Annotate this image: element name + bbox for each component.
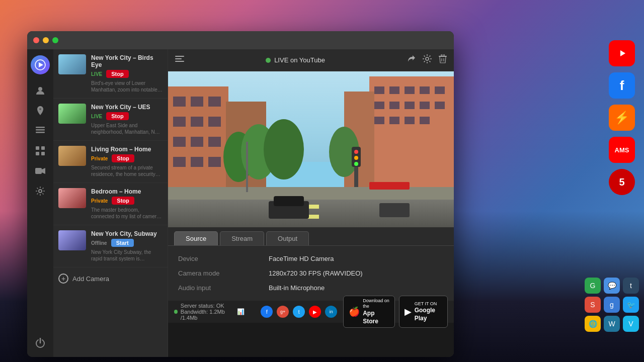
- street-scene-svg: [168, 71, 454, 227]
- share-icon[interactable]: [407, 54, 416, 66]
- apple-icon: 🍎: [349, 306, 360, 317]
- svg-rect-21: [441, 54, 444, 56]
- sidebar-icon-list[interactable]: [32, 123, 48, 139]
- social-gplus-icon[interactable]: g+: [277, 306, 289, 318]
- camera-item-0: New York City – Birds Eye LIVE Stop Bird…: [53, 49, 168, 99]
- camera-stop-button-2[interactable]: Stop: [112, 154, 134, 162]
- camera-thumb-4: [58, 230, 86, 250]
- camera-mode-value: 644x362 30 FPS (RAWVIDEO): [269, 269, 444, 277]
- sidebar-icon-profile[interactable]: [32, 82, 48, 99]
- camera-stop-button-3[interactable]: Stop: [112, 197, 134, 205]
- tab-source[interactable]: Source: [174, 231, 218, 245]
- svg-rect-7: [36, 129, 45, 131]
- camera-info-2: Living Room – Home Private Stop Secured …: [91, 146, 163, 177]
- camera-item-2: Living Room – Home Private Stop Secured …: [53, 141, 168, 183]
- footer: Server status: OK Bandwidth: 1.2Mb /1.4M…: [168, 301, 454, 323]
- svg-rect-41: [374, 86, 384, 94]
- svg-rect-13: [35, 168, 42, 174]
- hamburger-icon[interactable]: [175, 56, 184, 65]
- camera-stop-button-1[interactable]: Stop: [106, 112, 128, 120]
- camera-status-row-2: Private Stop: [91, 154, 163, 162]
- svg-rect-35: [191, 137, 203, 147]
- dock-sm-gplus2[interactable]: g: [604, 297, 620, 313]
- dock-sm-vimeo[interactable]: V: [623, 316, 639, 332]
- audio-input-value: Built-in Microphone: [269, 284, 444, 292]
- social-linkedin-icon[interactable]: in: [325, 306, 337, 318]
- svg-point-5: [39, 108, 41, 110]
- camera-start-button-4[interactable]: Start: [111, 239, 134, 247]
- svg-point-70: [354, 150, 358, 154]
- close-button[interactable]: [33, 37, 39, 43]
- server-status-text: Server status: OK Bandwidth: 1.2Mb /1.4M…: [181, 303, 234, 321]
- google-play-button[interactable]: ▶ GET IT ON Google Play: [399, 296, 448, 328]
- maximize-button[interactable]: [52, 37, 58, 43]
- social-youtube-icon[interactable]: ▶: [309, 306, 321, 318]
- svg-rect-49: [420, 102, 430, 109]
- store-buttons: 🍎 Download on the App Store ▶ GET IT ON …: [343, 296, 448, 328]
- main-content: New York City – Birds Eye LIVE Stop Bird…: [27, 49, 454, 357]
- add-camera-label: Add Camera: [72, 275, 109, 283]
- svg-rect-12: [41, 152, 45, 155]
- dock-thunder-icon[interactable]: ⚡: [609, 105, 635, 131]
- social-facebook-icon[interactable]: f: [261, 306, 273, 318]
- server-status-dot: [174, 310, 178, 314]
- dock-youtube-icon[interactable]: [609, 40, 635, 66]
- sidebar: [27, 49, 53, 357]
- svg-marker-3: [39, 62, 43, 67]
- svg-rect-46: [374, 102, 384, 109]
- dock-sm-wp[interactable]: W: [604, 316, 620, 332]
- camera-item-3: Bedroom – Home Private Stop The master b…: [53, 183, 168, 225]
- svg-rect-18: [175, 61, 184, 62]
- svg-rect-73: [369, 182, 410, 190]
- svg-point-72: [354, 162, 358, 166]
- svg-rect-10: [41, 146, 45, 150]
- svg-rect-31: [173, 117, 186, 127]
- app-window: New York City – Birds Eye LIVE Stop Bird…: [27, 31, 454, 357]
- status-badge-0: LIVE: [91, 71, 102, 77]
- dock-facebook-icon[interactable]: f: [609, 72, 635, 99]
- dock-sm-green[interactable]: G: [585, 278, 601, 294]
- camera-stop-button-0[interactable]: Stop: [106, 70, 128, 78]
- bottom-panel: Source Stream Output Device FaceTime HD …: [168, 227, 454, 301]
- audio-input-label: Audio input: [178, 284, 259, 292]
- social-twitter-icon[interactable]: t: [293, 306, 305, 318]
- sidebar-icon-video[interactable]: [32, 163, 48, 179]
- dock-5-icon[interactable]: 5: [609, 169, 635, 195]
- dock-sm-twitter[interactable]: 🐦: [623, 297, 639, 313]
- tab-output[interactable]: Output: [266, 231, 309, 245]
- tab-stream[interactable]: Stream: [220, 231, 264, 245]
- svg-rect-47: [389, 102, 399, 109]
- server-status: Server status: OK Bandwidth: 1.2Mb /1.4M…: [174, 303, 245, 321]
- social-icons: f g+ t ▶ in: [261, 306, 337, 318]
- status-badge-3: Private: [91, 198, 108, 204]
- camera-info-4: New York City, Subway Offline Start New …: [91, 230, 163, 262]
- svg-rect-11: [36, 152, 39, 155]
- camera-info-1: New York City – UES LIVE Stop Upper East…: [91, 104, 163, 135]
- dock-sm-tumblr[interactable]: t: [623, 278, 639, 294]
- svg-rect-43: [405, 86, 415, 94]
- minimize-button[interactable]: [43, 37, 49, 43]
- dock-ams-icon[interactable]: AMS: [609, 137, 635, 163]
- add-camera-button[interactable]: + Add Camera: [53, 267, 168, 290]
- svg-rect-17: [175, 58, 182, 59]
- sidebar-icon-settings[interactable]: [32, 183, 48, 199]
- camera-thumb-0: [58, 54, 86, 74]
- dock-sm-blue[interactable]: 💬: [604, 278, 620, 294]
- svg-rect-9: [36, 146, 39, 150]
- camera-thumb-1: [58, 104, 86, 124]
- dock-sm-red[interactable]: S: [585, 297, 601, 313]
- settings-icon[interactable]: [423, 54, 432, 66]
- sidebar-icon-location[interactable]: [32, 103, 48, 119]
- app-logo[interactable]: [31, 55, 50, 74]
- svg-rect-66: [274, 196, 304, 206]
- delete-icon[interactable]: [439, 54, 447, 66]
- svg-rect-30: [208, 97, 221, 107]
- device-label: Device: [178, 255, 259, 262]
- sidebar-icon-power[interactable]: [32, 335, 48, 351]
- app-store-button[interactable]: 🍎 Download on the App Store: [343, 296, 395, 328]
- dock-sm-yellow[interactable]: 🌐: [585, 316, 601, 332]
- camera-list: New York City – Birds Eye LIVE Stop Bird…: [53, 49, 168, 357]
- bandwidth-icon: 📊: [237, 308, 245, 315]
- sidebar-icon-grid[interactable]: [32, 143, 48, 159]
- live-dot: [266, 58, 271, 63]
